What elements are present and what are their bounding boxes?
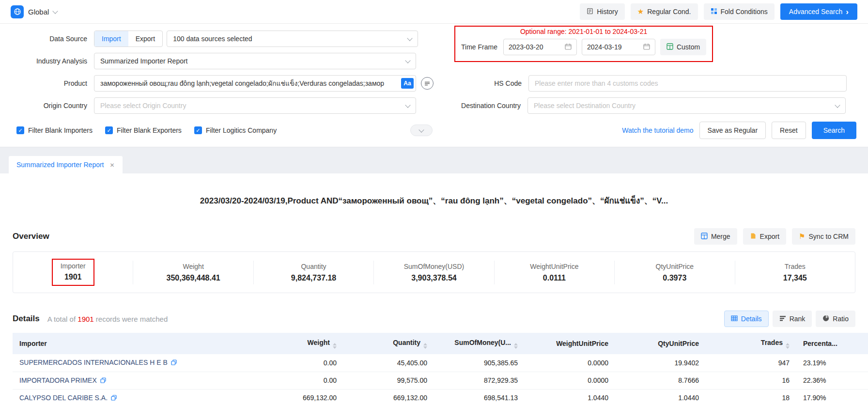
column-percentage: Percenta... [796,333,868,354]
chevron-right-icon [846,8,849,16]
reset-button[interactable]: Reset [772,122,806,139]
filter-blank-importers-checkbox[interactable]: Filter Blank Importers [16,126,93,134]
column-trades[interactable]: Trades [706,333,796,354]
column-qty-unit-price: QtyUnitPrice [615,333,706,354]
stat-qty-unit-price: QtyUnitPrice 0.3973 [614,261,734,284]
view-details-button[interactable]: Details [724,311,769,327]
importer-cell[interactable]: CALYPSO DEL CARIBE S.A. [13,389,253,406]
chevron-down-icon [53,8,58,14]
importer-cell[interactable]: SUPERMERCADOS INTERNACIONALES H E B [13,354,253,372]
search-button[interactable]: Search [812,122,856,139]
industry-analysis-select[interactable]: Summarized Importer Report [94,53,416,69]
overview-actions: Merge Export Sync to CRM [694,228,855,245]
copy-icon[interactable] [171,359,177,367]
merge-icon [701,233,708,241]
rank-icon [779,315,786,323]
sort-icon[interactable] [423,343,427,349]
end-date-picker[interactable]: 2024-03-19 [582,39,655,55]
tab-summarized-importer-report[interactable]: Summarized Importer Report [9,156,123,173]
column-quantity[interactable]: Quantity [343,333,434,354]
translate-icon[interactable]: Aa [401,78,414,89]
column-weight-unit-price: WeightUnitPrice [525,333,615,354]
data-sources-select[interactable]: 100 data sources selected [167,31,418,47]
multi-language-icon[interactable] [421,77,434,90]
overview-title: Overview [13,232,49,241]
import-toggle[interactable]: Import [94,31,128,47]
overview-stats: Importer 1901 Weight 350,369,448.41 Quan… [13,251,855,293]
details-table-wrap: Importer Weight Quantity SumOfMoney(U...… [13,333,855,406]
origin-country-select[interactable]: Please select Origin Country [94,97,416,114]
annotation-time-frame: Optional range: 2021-01-01 to 2024-03-21… [454,26,713,62]
details-total-text: A total of 1901 records were matched [47,315,168,323]
table-header-row: Importer Weight Quantity SumOfMoney(U...… [13,333,868,354]
stat-trades: Trades 17,345 [735,261,855,284]
filter-blank-exporters-checkbox[interactable]: Filter Blank Exporters [105,126,182,134]
custom-grid-icon [666,43,673,51]
merge-button[interactable]: Merge [694,228,737,245]
export-icon [750,233,757,241]
form-actions: Watch the tutorial demo Save as Regular … [622,122,856,139]
sort-icon[interactable] [786,343,790,349]
globe-icon [11,5,24,18]
grid-icon [731,315,738,323]
chevron-down-icon [405,102,410,108]
copy-icon[interactable] [100,377,106,385]
custom-range-button[interactable]: Custom [660,39,706,55]
annotation-importer-count: Importer 1901 [52,259,94,286]
checkbox-checked-icon [105,126,113,134]
close-icon[interactable] [110,161,115,169]
details-table: Importer Weight Quantity SumOfMoney(U...… [13,333,868,406]
search-form: Optional range: 2021-01-01 to 2024-03-21… [0,24,868,147]
sync-to-crm-button[interactable]: Sync to CRM [792,228,855,245]
chevron-down-icon [418,127,424,132]
chevron-down-icon [835,102,840,108]
regular-conditions-button[interactable]: Regular Cond. [631,3,698,20]
tutorial-demo-link[interactable]: Watch the tutorial demo [622,126,693,134]
column-sum-of-money[interactable]: SumOfMoney(U... [434,333,525,354]
stat-sum-of-money: SumOfMoney(USD) 3,903,378.54 [373,261,494,284]
product-field-wrap: Aa [94,75,416,92]
history-icon [587,8,593,16]
table-row: SUPERMERCADOS INTERNACIONALES H E B 0.00… [13,354,868,372]
match-count: 1901 [78,315,93,323]
tab-bar: Summarized Importer Report [0,147,868,173]
product-label: Product [12,79,94,87]
product-input[interactable] [94,75,416,92]
advanced-search-button[interactable]: Advanced Search [780,3,857,20]
sort-icon[interactable] [333,343,337,349]
time-frame-label: Time Frame [461,43,497,51]
chevron-down-icon [405,58,410,63]
destination-country-label: Destination Country [416,102,527,109]
export-toggle[interactable]: Export [128,31,162,47]
destination-country-select[interactable]: Please select Destination Country [527,97,846,114]
pie-icon [822,315,829,323]
origin-country-label: Origin Country [12,102,94,109]
export-button[interactable]: Export [743,228,786,245]
region-label: Global [28,8,49,16]
top-bar: Global History Regular Cond. Fold Condit… [0,0,868,24]
stat-weight-unit-price: WeightUnitPrice 0.0111 [494,261,614,284]
topbar-actions: History Regular Cond. Fold Conditions Ad… [580,3,857,20]
history-button[interactable]: History [580,3,625,20]
fold-conditions-button[interactable]: Fold Conditions [704,3,775,20]
copy-icon[interactable] [111,394,117,402]
import-export-toggle: Import Export [94,31,163,47]
start-date-picker[interactable]: 2023-03-20 [503,39,577,55]
importer-cell[interactable]: IMPORTADORA PRIMEX [13,372,253,389]
flag-icon [799,232,805,241]
filter-logistics-company-checkbox[interactable]: Filter Logitics Company [194,126,277,134]
column-importer: Importer [13,333,253,354]
column-weight[interactable]: Weight [253,333,343,354]
view-ratio-button[interactable]: Ratio [816,311,855,327]
query-title: 2023/03/20-2024/03/19,Product AND“заморо… [13,194,855,207]
region-selector[interactable]: Global [11,5,57,18]
industry-analysis-label: Industry Analysis [12,57,94,65]
save-as-regular-button[interactable]: Save as Regular [699,122,766,139]
calendar-icon [565,43,572,51]
hs-code-label: HS Code [434,79,528,87]
view-rank-button[interactable]: Rank [773,311,812,327]
sort-icon[interactable] [514,343,518,349]
hs-code-input[interactable] [528,75,847,92]
stat-importer: Importer 1901 [13,257,133,288]
collapse-form-button[interactable] [410,125,433,136]
